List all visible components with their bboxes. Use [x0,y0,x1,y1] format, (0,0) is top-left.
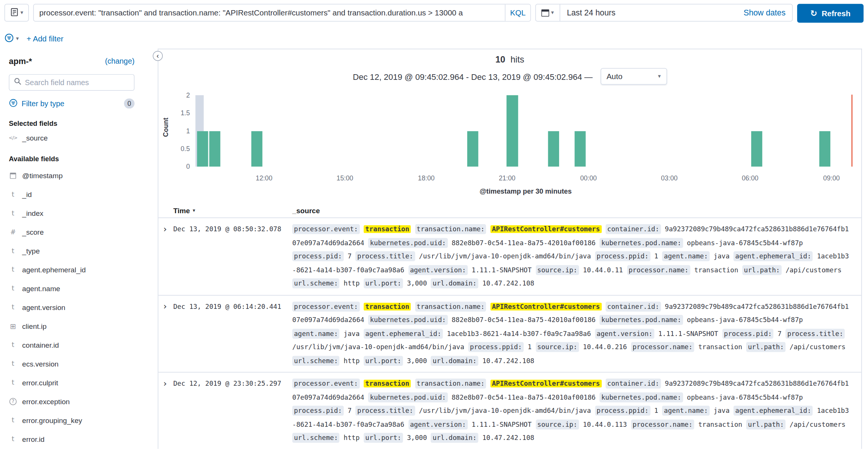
field-name: process.pid: [722,328,773,338]
field-item-agent.name[interactable]: tagent.name [9,279,135,298]
histogram-bar[interactable] [548,131,559,167]
field-item-_type[interactable]: t_type [9,241,135,260]
source-field-kubernetes.pod.uid: kubernetes.pod.uid: 882e8b07-0c54-11ea-8… [368,316,596,324]
source-field-process.pid: process.pid: 7 [292,407,351,415]
filter-icon [9,98,18,109]
field-name: transaction.name: [415,379,486,388]
chevron-left-icon: ‹ [157,52,159,60]
time-column-label: Time [173,206,190,214]
query-input[interactable] [34,5,505,21]
documents-table: Time ▾ _source ›Dec 13, 2019 @ 08:50:32.… [158,203,861,449]
expand-row-button[interactable]: › [162,223,173,236]
show-dates-link[interactable]: Show dates [744,8,792,17]
histogram-bar[interactable] [251,131,262,167]
y-axis-tick-label: 2 [165,91,190,100]
row-time-cell: Dec 12, 2019 @ 23:30:25.297 [173,377,292,445]
date-picker: ▾ Last 24 hours Show dates [535,4,793,21]
field-item-error.culprit[interactable]: terror.culprit [9,373,135,392]
chevron-down-icon: ▾ [16,36,19,41]
x-axis-tick-label: 21:00 [499,174,515,182]
field-item-@timestamp[interactable]: @timestamp [9,166,135,185]
field-item-container.id[interactable]: tcontainer.id [9,335,135,354]
field-name: processor.name: [627,265,690,275]
collapse-sidebar-button[interactable]: ‹ [153,51,163,61]
expand-row-button[interactable]: › [162,300,173,313]
field-name: processor.event: [292,224,360,234]
field-name: process.ppid: [595,251,650,261]
field-search-input[interactable] [25,78,130,87]
field-name: url.domain: [431,356,478,365]
source-type-icon: </> [9,135,17,141]
histogram-bar[interactable] [197,131,208,167]
field-name: kubernetes.pod.uid: [368,392,448,402]
field-item-label: agent.version [22,303,66,311]
source-field-transaction.name: transaction.name: APIRestController#cust… [415,225,601,233]
histogram-bar[interactable] [506,95,518,167]
histogram-bar[interactable] [209,131,220,167]
field-item-ecs.version[interactable]: tecs.version [9,354,135,373]
saved-query-menu-button[interactable]: ▾ [5,4,29,21]
x-axis-label: @timestamp per 30 minutes [196,188,856,195]
string-type-icon: t [9,190,17,198]
field-item-source[interactable]: </> _source [9,131,135,145]
field-value: 882e8b07-0c54-11ea-8a75-42010af00186 [452,239,596,247]
expand-row-button[interactable]: › [162,377,173,391]
field-value: 3,000 [407,279,427,287]
field-item-agent.ephemeral_id[interactable]: tagent.ephemeral_id [9,260,135,279]
change-index-pattern-link[interactable]: (change) [105,57,134,65]
field-item-client.ip[interactable]: ⊞client.ip [9,316,135,335]
field-name: process.ppid: [468,342,524,352]
interval-select[interactable]: Auto ▾ [601,68,667,85]
field-name: process.pid: [292,406,344,415]
field-value: 10.47.242.108 [482,434,534,442]
number-type-icon: # [9,228,17,236]
field-value: /usr/lib/jvm/java-10-openjdk-amd64/bin/j… [292,343,464,351]
field-value: /usr/lib/jvm/java-10-openjdk-amd64/bin/j… [419,252,591,260]
field-name: processor.event: [292,379,360,388]
field-item-label: agent.ephemeral_id [22,266,86,274]
filter-by-type-button[interactable]: Filter by type [9,98,64,109]
date-picker-calendar-button[interactable]: ▾ [536,5,560,21]
field-item-label: _type [22,247,40,255]
current-time-marker [851,95,853,166]
field-value: http [344,357,359,365]
field-item-_index[interactable]: t_index [9,204,135,223]
field-name: process.ppid: [595,406,650,415]
refresh-icon: ↻ [810,9,817,17]
string-type-icon: t [9,303,17,311]
time-range-label[interactable]: Last 24 hours [560,8,744,17]
string-type-icon: t [9,341,17,349]
field-item-_id[interactable]: t_id [9,185,135,204]
table-header-row: Time ▾ _source [158,203,861,218]
field-item-_score[interactable]: #_score [9,223,135,241]
field-item-agent.version[interactable]: tagent.version [9,298,135,317]
filter-set-menu-button[interactable]: ▾ [5,33,19,44]
field-item-error.id[interactable]: terror.id [9,429,135,448]
field-name: container.id: [605,379,661,388]
field-value: 1aceb1b3-8621-4a14-b307-f0a9c7aa98a6 [447,330,591,338]
histogram-plot[interactable]: 21.510.50 [196,91,856,166]
source-field-transaction.name: transaction.name: APIRestController#cust… [415,302,601,310]
query-language-button[interactable]: KQL [505,5,530,21]
refresh-button[interactable]: ↻ Refresh [797,4,863,23]
histogram-bar[interactable] [467,131,478,167]
string-type-icon: t [9,379,17,386]
field-value: 1 [654,407,659,415]
calendar-icon [542,9,550,16]
string-type-icon: t [9,209,17,217]
histogram-bar[interactable] [575,131,585,167]
field-item-error.grouping_key[interactable]: terror.grouping_key [9,411,135,429]
field-name: url.port: [364,278,403,288]
field-name: url.scheme: [292,356,340,365]
source-field-agent.version: agent.version: 1.11.1-SNAPSHOT [595,330,718,338]
histogram-bar[interactable] [751,131,762,167]
add-filter-link[interactable]: + Add filter [27,34,64,43]
source-field-url.port: url.port: 3,000 [364,357,427,365]
field-name: agent.version: [408,419,468,429]
time-column-header[interactable]: Time ▾ [173,206,292,214]
histogram-bar[interactable] [819,131,830,167]
ip-type-icon: ⊞ [9,322,17,330]
field-item-error.exception[interactable]: ?error.exception [9,392,135,411]
field-item-label: @timestamp [22,171,63,180]
field-item-label: agent.name [22,284,60,293]
